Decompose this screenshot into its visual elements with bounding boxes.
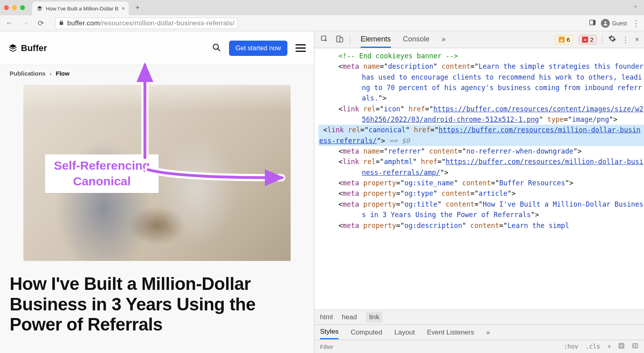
styles-tab-computed[interactable]: Computed — [351, 326, 382, 339]
back-button[interactable]: ← — [4, 18, 14, 28]
styles-tab-layout[interactable]: Layout — [394, 326, 415, 339]
kebab-menu-icon[interactable]: ⋮ — [632, 18, 640, 28]
devtools-toolbar: Elements Console » ▲ 6 × 2 ⋮ × — [314, 31, 644, 48]
styles-tab-events[interactable]: Event Listeners — [427, 326, 474, 339]
breadcrumb-current[interactable]: Flow — [56, 70, 70, 77]
article-title: How I've Built a Million-Dollar Business… — [0, 267, 314, 335]
warnings-badge[interactable]: ▲ 6 — [555, 35, 573, 44]
styles-filter-row: :hov .cls + — [314, 340, 644, 353]
devtools-tab-console[interactable]: Console — [403, 32, 429, 48]
code-line-canonical-selected[interactable]: <link rel="canonical" href="https://buff… — [318, 125, 644, 146]
new-style-rule-icon[interactable]: + — [607, 343, 611, 350]
dom-crumb-html[interactable]: html — [320, 313, 333, 321]
svg-rect-7 — [340, 37, 343, 42]
close-devtools-icon[interactable]: × — [635, 35, 639, 44]
cls-toggle[interactable]: .cls — [586, 343, 600, 350]
code-line-link-icon[interactable]: <link rel="icon" href="https://buffer.co… — [339, 104, 644, 125]
panel-icon[interactable] — [589, 19, 596, 28]
lock-icon — [59, 20, 64, 27]
code-comment: <!-- End cookieyes banner --> — [339, 52, 458, 60]
site-header: Buffer Get started now — [0, 31, 314, 65]
inspect-element-icon[interactable] — [319, 34, 330, 46]
code-line-og-title[interactable]: <meta property="og:title" content="How I… — [339, 199, 644, 220]
hamburger-menu-icon[interactable] — [295, 44, 306, 52]
dom-crumb-head[interactable]: head — [342, 313, 357, 321]
site-logo-text: Buffer — [21, 43, 47, 53]
code-line-og-desc[interactable]: <meta property="og:description" content=… — [339, 220, 644, 231]
breadcrumb: Publications › Flow — [0, 65, 314, 82]
close-window-button[interactable] — [4, 5, 9, 10]
forward-button[interactable]: → — [20, 18, 31, 28]
page-viewport: Buffer Get started now Publications › Fl… — [0, 31, 314, 353]
browser-toolbar: ← → ⟳ buffer.com/resources/million-dolla… — [0, 15, 644, 31]
devtools-tab-elements[interactable]: Elements — [361, 32, 391, 48]
svg-rect-8 — [619, 343, 624, 348]
profile-label: Guest — [612, 20, 627, 27]
gear-icon[interactable] — [608, 35, 616, 45]
device-toggle-icon[interactable] — [334, 34, 345, 46]
sidebar-toggle-icon[interactable] — [632, 343, 638, 351]
error-icon: × — [582, 37, 588, 43]
cta-button[interactable]: Get started now — [229, 41, 287, 56]
site-logo[interactable]: Buffer — [8, 43, 47, 53]
styles-tab-more-icon[interactable]: » — [486, 326, 490, 339]
minimize-window-button[interactable] — [12, 5, 17, 10]
avatar-icon — [601, 19, 610, 28]
styles-filter-input[interactable] — [320, 343, 557, 350]
breadcrumb-root[interactable]: Publications — [10, 70, 45, 77]
code-line-meta-referrer[interactable]: <meta name="referrer" content="no-referr… — [339, 146, 644, 156]
warning-icon: ▲ — [559, 37, 565, 43]
tab-close-icon[interactable]: × — [122, 5, 125, 12]
code-line-og-sitename[interactable]: <meta property="og:site_name" content="B… — [339, 178, 644, 188]
code-line-meta-desc[interactable]: <meta name="description" content="Learn … — [339, 61, 644, 103]
chevron-right-icon: › — [50, 70, 52, 77]
url-text: buffer.com/resources/million-dollar-busi… — [67, 19, 234, 27]
tab-overflow-icon[interactable] — [633, 4, 644, 11]
tab-favicon — [36, 5, 43, 12]
errors-badge[interactable]: × 2 — [579, 35, 597, 44]
kebab-icon[interactable]: ⋮ — [622, 35, 629, 44]
hov-toggle[interactable]: :hov — [564, 343, 578, 350]
reload-button[interactable]: ⟳ — [36, 18, 45, 29]
computed-layout-icon[interactable] — [618, 343, 625, 351]
svg-line-4 — [218, 48, 220, 50]
address-bar[interactable]: buffer.com/resources/million-dollar-busi… — [51, 17, 583, 29]
code-line-link-amphtml[interactable]: <link rel="amphtml" href="https://buffer… — [339, 156, 644, 178]
tab-title: How I've Built a Million-Dollar B — [46, 6, 118, 12]
elements-tree[interactable]: <!-- End cookieyes banner --> <meta name… — [314, 48, 644, 310]
profile-badge[interactable]: Guest — [601, 19, 627, 28]
dom-breadcrumb: html head link — [314, 310, 644, 325]
buffer-logo-icon — [8, 43, 18, 53]
toolbar-right: Guest ⋮ — [589, 18, 640, 28]
maximize-window-button[interactable] — [20, 5, 25, 10]
svg-point-2 — [604, 21, 606, 23]
styles-tab-bar: Styles Computed Layout Event Listeners » — [314, 325, 644, 340]
svg-rect-9 — [620, 345, 623, 347]
browser-tab[interactable]: How I've Built a Million-Dollar B × — [32, 2, 129, 15]
dom-crumb-link[interactable]: link — [366, 312, 383, 323]
devtools-tab-more-icon[interactable]: » — [442, 32, 446, 48]
search-icon[interactable] — [212, 43, 221, 53]
svg-rect-1 — [593, 20, 595, 25]
window-controls — [4, 5, 25, 10]
devtools-panel: Elements Console » ▲ 6 × 2 ⋮ × — [314, 31, 644, 353]
code-line-og-type[interactable]: <meta property="og:type" content="articl… — [339, 188, 644, 199]
new-tab-button[interactable]: + — [134, 2, 141, 14]
devtools-tab-bar: Elements Console » — [361, 32, 446, 48]
styles-tab-styles[interactable]: Styles — [320, 325, 339, 339]
browser-chrome: How I've Built a Million-Dollar B × + ← … — [0, 0, 644, 31]
annotation-label: Self-Referencing Canonical — [45, 154, 159, 193]
tab-bar: How I've Built a Million-Dollar B × + — [0, 0, 644, 15]
